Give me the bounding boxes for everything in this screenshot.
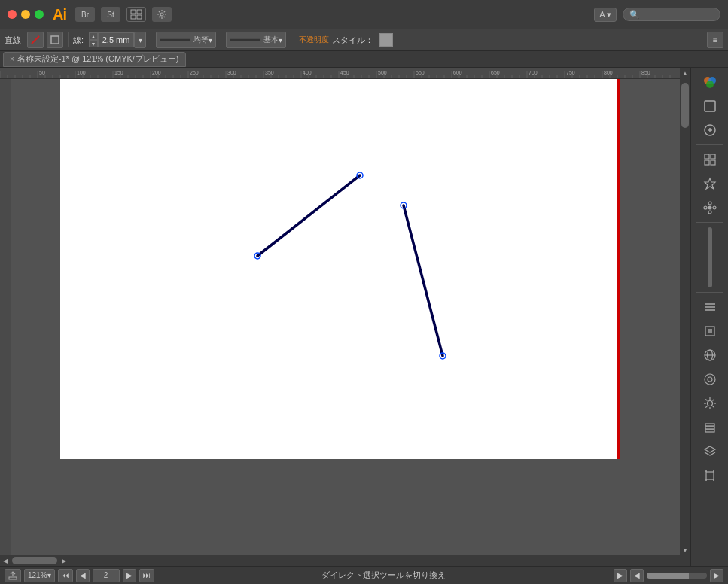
canvas-area[interactable]: 5010015020025030035040045050055060065070…	[0, 68, 690, 566]
tab-close-btn[interactable]: ×	[10, 55, 14, 63]
plugin-panel-btn[interactable]	[696, 172, 723, 195]
svg-text:850: 850	[641, 70, 650, 75]
svg-text:700: 700	[528, 70, 538, 75]
svg-text:50: 50	[39, 70, 45, 75]
sun-panel-btn[interactable]	[696, 392, 723, 415]
stroke-value-input[interactable]	[98, 32, 134, 47]
svg-rect-127	[705, 101, 715, 111]
stroke-spinner: ▲ ▼ ▾	[90, 32, 146, 48]
toolbar: 直線 線: ▲ ▼ ▾ 均等▾ 基本▾ 不透明度 スタイル： ≡	[0, 29, 728, 51]
nav-first-btn[interactable]: ⏮	[58, 569, 73, 582]
ruler-left	[0, 79, 11, 555]
horizontal-scrollbar[interactable]: ◀ ▶	[0, 555, 680, 566]
stroke-color-btn[interactable]	[27, 32, 44, 48]
separator-1	[68, 32, 69, 47]
document-tab[interactable]: × 名称未設定-1* @ 121% (CMYK/プレビュー)	[3, 52, 186, 67]
svg-rect-1	[137, 10, 142, 14]
horizontal-scroll-thumb[interactable]	[12, 557, 57, 564]
opacity-label: 不透明度	[299, 35, 329, 45]
svg-rect-164	[706, 472, 714, 479]
more-options-btn[interactable]: ≡	[707, 32, 723, 48]
compose-panel-btn[interactable]	[696, 320, 723, 342]
svg-rect-133	[705, 160, 709, 165]
timeline-progress[interactable]	[647, 573, 707, 579]
stack-panel-btn[interactable]	[696, 416, 723, 439]
scroll-right-arrow[interactable]: ▶	[59, 555, 69, 566]
svg-text:600: 600	[453, 70, 462, 75]
vertical-scroll-thumb[interactable]	[681, 83, 689, 128]
settings-button[interactable]	[152, 7, 172, 22]
svg-rect-161	[705, 427, 714, 429]
svg-rect-0	[131, 10, 136, 14]
grid-panel-btn[interactable]	[696, 148, 723, 171]
flower-panel-btn[interactable]	[696, 196, 723, 219]
export-button[interactable]	[5, 569, 21, 582]
color-panel-btn[interactable]	[696, 71, 723, 93]
share-panel-btn[interactable]	[696, 119, 723, 141]
line-base-btn[interactable]: 基本▾	[226, 32, 286, 48]
nav-last-btn[interactable]: ⏭	[139, 569, 154, 582]
svg-point-149	[705, 374, 715, 385]
workspace-button[interactable]	[126, 7, 146, 22]
svg-line-5	[32, 36, 39, 44]
svg-line-159	[705, 406, 707, 408]
stroke-down-arrow[interactable]: ▼	[89, 40, 98, 47]
titlebar-icons: Br St	[75, 7, 172, 22]
ruler-top: 5010015020025030035040045050055060065070…	[0, 68, 680, 79]
svg-text:450: 450	[340, 70, 349, 75]
stroke-label: 線:	[73, 35, 84, 46]
svg-text:400: 400	[303, 70, 312, 75]
style-color-swatch[interactable]	[379, 33, 393, 47]
font-dropdown[interactable]: A ▾	[594, 8, 617, 22]
media-play-btn[interactable]: ▶	[614, 569, 627, 582]
svg-line-156	[705, 399, 707, 400]
vertical-scrollbar[interactable]: ▲ ▼	[680, 68, 690, 555]
nav-prev-btn[interactable]: ◀	[76, 569, 90, 582]
stroke-up-arrow[interactable]: ▲	[89, 32, 98, 40]
svg-marker-163	[705, 446, 715, 452]
maximize-button[interactable]	[35, 10, 44, 19]
artboard	[60, 79, 617, 459]
layers-panel-btn[interactable]	[696, 440, 723, 463]
lines-panel-btn[interactable]	[696, 296, 723, 318]
scroll-down-arrow[interactable]: ▼	[680, 545, 690, 555]
traffic-lights	[8, 10, 44, 19]
svg-text:300: 300	[227, 70, 236, 75]
svg-rect-169	[9, 577, 17, 579]
close-button[interactable]	[8, 10, 17, 19]
svg-rect-131	[705, 154, 709, 159]
media-rewind-btn[interactable]: ◀	[630, 569, 644, 582]
stroke-spinner-arrows[interactable]: ▲ ▼	[89, 32, 98, 47]
scroll-left-arrow[interactable]: ◀	[0, 555, 11, 566]
svg-point-151	[707, 401, 712, 406]
svg-text:100: 100	[77, 70, 86, 75]
right-scrollbar-thumb[interactable]	[708, 227, 712, 287]
zoom-display[interactable]: 121% ▾	[24, 569, 55, 582]
shape-mode-btn[interactable]	[47, 32, 63, 48]
bridge-button[interactable]: Br	[75, 7, 95, 22]
artboard-panel-btn[interactable]	[696, 464, 723, 487]
shape-panel-btn[interactable]	[696, 95, 723, 117]
search-input[interactable]	[623, 8, 720, 21]
page-number: 2	[104, 571, 108, 579]
svg-rect-162	[705, 430, 714, 432]
stock-button[interactable]: St	[101, 7, 120, 22]
line-style-btn[interactable]: 均等▾	[156, 32, 216, 48]
minimize-button[interactable]	[21, 10, 30, 19]
svg-point-139	[704, 206, 707, 209]
scroll-up-arrow[interactable]: ▲	[680, 68, 690, 78]
svg-text:650: 650	[491, 70, 500, 75]
svg-text:800: 800	[604, 70, 613, 75]
svg-text:350: 350	[265, 70, 274, 75]
separator-3	[221, 32, 221, 47]
title-search: A ▾	[594, 8, 720, 22]
globe-panel-btn[interactable]	[696, 344, 723, 367]
spiral-panel-btn[interactable]	[696, 368, 723, 391]
page-number-input[interactable]: 2	[93, 569, 120, 582]
stroke-unit-dropdown[interactable]: ▾	[134, 32, 146, 48]
zoom-value: 121%	[28, 571, 47, 579]
svg-rect-3	[137, 15, 142, 19]
zoom-dropdown-arrow: ▾	[47, 571, 51, 579]
scroll-right-end-btn[interactable]: ▶	[710, 569, 723, 582]
nav-next-btn[interactable]: ▶	[123, 569, 136, 582]
